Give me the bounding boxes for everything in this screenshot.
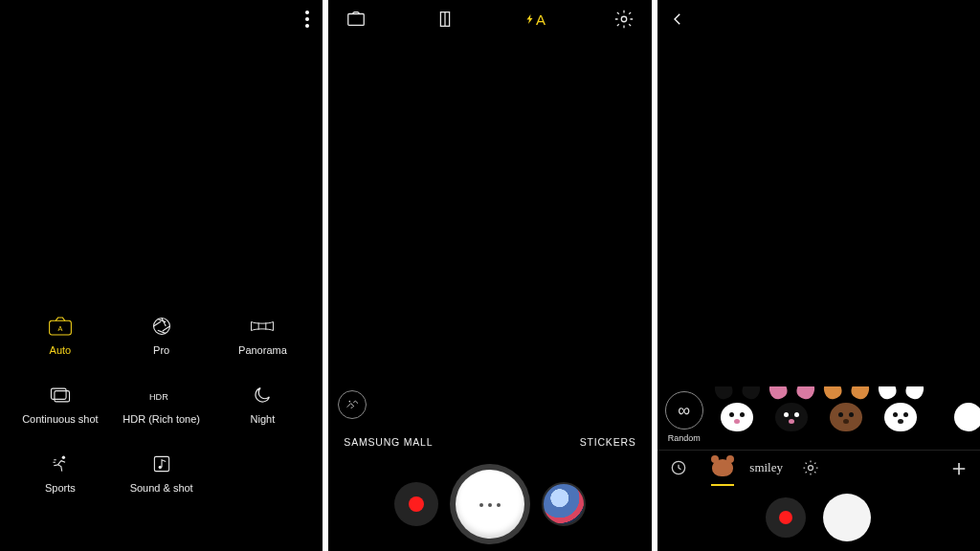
mode-label: Night xyxy=(251,413,276,425)
effects-button[interactable] xyxy=(338,390,367,419)
svg-point-17 xyxy=(808,465,813,470)
record-button[interactable] xyxy=(394,482,438,526)
back-icon[interactable] xyxy=(669,11,686,28)
record-dot-icon xyxy=(779,511,792,524)
burst-icon xyxy=(48,385,73,406)
shutter-bar xyxy=(328,457,651,551)
recent-tab[interactable] xyxy=(665,454,692,481)
random-label: Random xyxy=(668,433,701,443)
svg-rect-5 xyxy=(55,391,70,402)
shutter-bar xyxy=(657,484,980,551)
mode-label: Sound & shot xyxy=(130,482,193,494)
svg-rect-11 xyxy=(348,14,365,26)
mode-label: Auto xyxy=(50,344,72,356)
svg-point-14 xyxy=(621,16,627,22)
three-up-screenshots: AAutoProPanoramaContinuous shotHDRHDR (R… xyxy=(0,0,980,551)
add-sticker-pack-button[interactable]: ＋ xyxy=(946,454,972,481)
mode-grid: AAutoProPanoramaContinuous shotHDRHDR (R… xyxy=(0,316,323,513)
sticker-carousel[interactable]: ∞ Random xyxy=(657,386,980,448)
bear-icon xyxy=(712,459,733,476)
mode-label: Sports xyxy=(45,482,76,494)
svg-rect-6 xyxy=(51,388,66,399)
metering-icon[interactable] xyxy=(434,9,456,30)
camera-a-icon: A xyxy=(48,316,73,337)
topbar xyxy=(0,0,323,38)
infinity-icon: ∞ xyxy=(665,391,703,430)
svg-text:HDR: HDR xyxy=(149,392,168,402)
panorama-icon xyxy=(250,316,275,337)
samsung-mall-button[interactable]: SAMSUNG MALL xyxy=(344,436,433,448)
stickers-button[interactable]: STICKERS xyxy=(580,436,636,448)
music-note-icon xyxy=(149,453,174,474)
camera-main-screen: A SAMSUNG MALL STICKERS xyxy=(328,0,651,551)
mode-pro[interactable]: Pro xyxy=(111,316,212,356)
sticker-peek[interactable] xyxy=(931,391,972,443)
topbar: A xyxy=(328,0,651,38)
random-sticker-button[interactable]: ∞ Random xyxy=(665,391,703,443)
full-view-icon[interactable] xyxy=(345,9,367,30)
script-label: smiley xyxy=(749,460,783,475)
sticker-category-tabs: smiley ＋ xyxy=(657,450,980,484)
sticker-cat-black-pink-ears[interactable] xyxy=(771,391,813,443)
mode-hdr[interactable]: HDRHDR (Rich tone) xyxy=(111,385,212,425)
mode-continuous[interactable]: Continuous shot xyxy=(10,385,111,425)
sticker-deer-antlers[interactable] xyxy=(826,391,867,443)
mode-label: HDR (Rich tone) xyxy=(122,413,200,425)
mode-label-row: SAMSUNG MALL STICKERS xyxy=(328,436,651,448)
sticker-cat-white-black-ears[interactable] xyxy=(717,391,758,443)
record-button[interactable] xyxy=(766,497,806,538)
stickers-screen: ∞ Random smiley ＋ xyxy=(657,0,980,551)
mode-panorama[interactable]: Panorama xyxy=(212,316,314,356)
topbar xyxy=(657,0,980,38)
animal-pack-tab[interactable] xyxy=(709,454,736,481)
record-dot-icon xyxy=(409,496,424,512)
page-indicator xyxy=(479,503,501,507)
settings-icon[interactable] xyxy=(613,9,635,30)
mode-soundshot[interactable]: Sound & shot xyxy=(111,453,212,494)
shutter-button[interactable] xyxy=(823,494,871,541)
mode-auto[interactable]: AAuto xyxy=(10,316,111,356)
mode-label: Continuous shot xyxy=(22,413,99,425)
runner-icon xyxy=(48,453,73,474)
aperture-icon xyxy=(149,316,174,337)
svg-point-15 xyxy=(349,401,351,403)
svg-text:A: A xyxy=(57,324,62,333)
gallery-thumbnail[interactable] xyxy=(542,482,586,526)
mode-night[interactable]: Night xyxy=(212,385,314,425)
mode-label: Pro xyxy=(153,344,169,356)
mode-label: Panorama xyxy=(238,344,287,356)
more-options-icon[interactable] xyxy=(305,11,309,28)
sticker-settings-tab[interactable] xyxy=(797,454,824,481)
svg-point-8 xyxy=(62,456,65,459)
flash-mode-label: A xyxy=(536,11,545,28)
sticker-bunny-white[interactable] xyxy=(880,391,922,443)
moon-icon xyxy=(250,385,275,406)
camera-modes-screen: AAutoProPanoramaContinuous shotHDRHDR (R… xyxy=(0,0,323,551)
hdr-icon: HDR xyxy=(149,385,174,406)
mode-sports[interactable]: Sports xyxy=(10,453,111,494)
smiley-pack-tab[interactable]: smiley xyxy=(753,454,780,481)
flash-auto-icon[interactable]: A xyxy=(524,9,546,30)
